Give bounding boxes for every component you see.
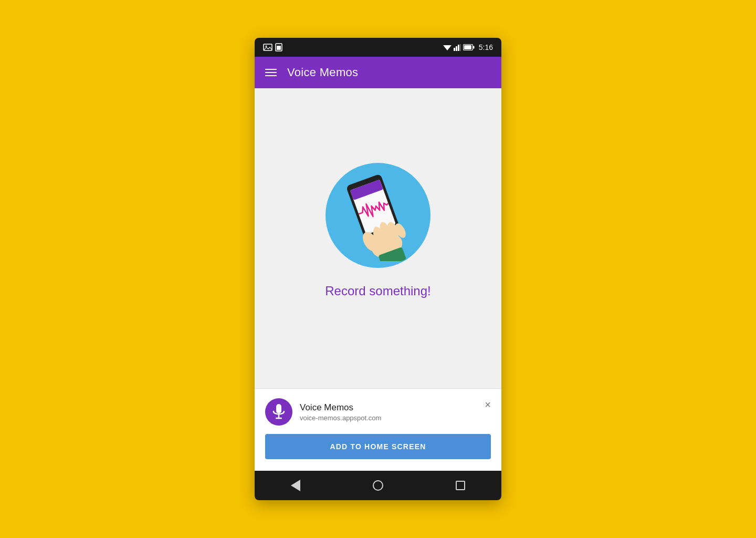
image-status-icon — [263, 44, 272, 51]
sim-status-icon — [275, 43, 282, 51]
svg-rect-22 — [276, 404, 281, 413]
close-button[interactable]: × — [485, 399, 491, 410]
svg-rect-11 — [473, 46, 475, 49]
microphone-icon — [271, 404, 286, 420]
app-bar: Voice Memos — [255, 57, 501, 88]
svg-rect-6 — [456, 46, 457, 51]
phone-frame: 5:16 Voice Memos — [255, 38, 501, 500]
illustration-circle — [326, 163, 430, 268]
home-icon — [373, 480, 383, 491]
add-to-home-screen-button[interactable]: ADD TO HOME SCREEN — [265, 434, 491, 459]
svg-rect-10 — [464, 45, 471, 49]
battery-icon — [463, 44, 475, 50]
svg-rect-8 — [460, 44, 461, 51]
app-bar-title: Voice Memos — [287, 66, 358, 79]
record-something-text: Record something! — [325, 284, 430, 298]
status-bar: 5:16 — [255, 38, 501, 57]
android-nav-bar — [255, 471, 501, 500]
main-content: Record something! — [255, 88, 501, 388]
app-info-url: voice-memos.appspot.com — [300, 414, 381, 422]
app-info-text: Voice Memos voice-memos.appspot.com — [300, 402, 381, 422]
hamburger-menu-icon[interactable] — [265, 69, 277, 76]
wifi-icon — [443, 44, 452, 51]
signal-icon — [454, 44, 461, 51]
svg-rect-7 — [458, 45, 459, 51]
back-button[interactable] — [291, 480, 300, 491]
svg-rect-3 — [277, 46, 281, 50]
home-button[interactable] — [373, 480, 383, 491]
status-left-icons — [263, 43, 282, 51]
app-info-name: Voice Memos — [300, 402, 381, 413]
svg-marker-4 — [443, 45, 452, 50]
svg-rect-5 — [454, 48, 455, 51]
svg-point-1 — [266, 46, 267, 47]
status-right-icons: 5:16 — [443, 43, 493, 51]
phone-hand-illustration — [336, 169, 420, 261]
app-icon-circle — [265, 398, 292, 426]
bottom-sheet: Voice Memos voice-memos.appspot.com × AD… — [255, 388, 501, 471]
bottom-sheet-header: Voice Memos voice-memos.appspot.com × — [265, 398, 491, 426]
back-icon — [291, 480, 300, 491]
recents-button[interactable] — [456, 481, 465, 490]
recents-icon — [456, 481, 465, 490]
status-time: 5:16 — [479, 43, 493, 51]
app-info: Voice Memos voice-memos.appspot.com — [265, 398, 381, 426]
